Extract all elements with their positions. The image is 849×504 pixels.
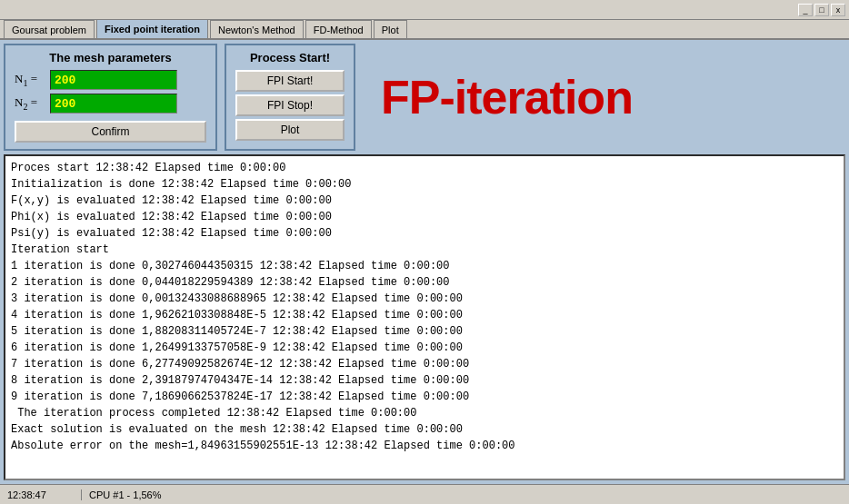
n1-label: N1 = xyxy=(15,72,46,88)
status-cpu: CPU #1 - 1,56% xyxy=(82,489,168,500)
log-line: 3 iteration is done 0,00132433088688965 … xyxy=(11,291,838,307)
log-line: Phi(x) is evaluated 12:38:42 Elapsed tim… xyxy=(11,209,838,225)
plot-button[interactable]: Plot xyxy=(235,119,345,141)
log-line: Absolute error on the mesh=1,84963155902… xyxy=(11,438,838,454)
tab-goursat-problem[interactable]: Goursat problem xyxy=(4,20,95,38)
log-line: 6 iteration is done 1,26499133757058E-9 … xyxy=(11,340,838,356)
log-line: The iteration process completed 12:38:42… xyxy=(11,405,838,421)
log-line: Psi(y) is evaluated 12:38:42 Elapsed tim… xyxy=(11,225,838,242)
log-line: 8 iteration is done 2,39187974704347E-14… xyxy=(11,372,838,389)
title-bar-buttons: _ □ x xyxy=(798,4,845,16)
n1-input[interactable] xyxy=(50,70,177,90)
top-panel: The mesh parameters N1 = N2 = Confirm Pr… xyxy=(4,44,845,151)
n2-label: N2 = xyxy=(15,95,46,112)
tab-plot[interactable]: Plot xyxy=(374,20,407,38)
log-line: Iteration start xyxy=(11,242,838,258)
title-bar: _ □ x xyxy=(0,0,849,20)
status-bar: 12:38:47 CPU #1 - 1,56% xyxy=(0,484,849,504)
tab-bar: Goursat problem Fixed point iteration Ne… xyxy=(0,20,849,40)
log-line: 7 iteration is done 6,27749092582674E-12… xyxy=(11,356,838,372)
log-line: 4 iteration is done 1,96262103308848E-5 … xyxy=(11,307,838,323)
tab-fixed-point-iteration[interactable]: Fixed point iteration xyxy=(96,19,208,38)
tab-fd-method[interactable]: FD-Method xyxy=(305,20,372,38)
log-line: 5 iteration is done 1,88208311405724E-7 … xyxy=(11,323,838,340)
process-start-box: Process Start! FPI Start! FPI Stop! Plot xyxy=(225,44,355,151)
status-time: 12:38:47 xyxy=(0,489,82,500)
maximize-button[interactable]: □ xyxy=(814,4,829,16)
fpi-start-button[interactable]: FPI Start! xyxy=(235,70,345,92)
process-start-title: Process Start! xyxy=(235,51,345,64)
log-line: F(x,y) is evaluated 12:38:42 Elapsed tim… xyxy=(11,193,838,209)
confirm-button[interactable]: Confirm xyxy=(15,121,206,143)
tab-newtons-method[interactable]: Newton's Method xyxy=(210,20,304,38)
log-line: Initialization is done 12:38:42 Elapsed … xyxy=(11,176,838,193)
mesh-params-title: The mesh parameters xyxy=(15,51,206,64)
log-line: 9 iteration is done 7,18690662537824E-17… xyxy=(11,389,838,405)
n1-param-row: N1 = xyxy=(15,70,206,90)
log-line: Exact solution is evaluated on the mesh … xyxy=(11,421,838,438)
mesh-params-box: The mesh parameters N1 = N2 = Confirm xyxy=(4,44,217,151)
log-line: Proces start 12:38:42 Elapsed time 0:00:… xyxy=(11,160,838,176)
log-area[interactable]: Proces start 12:38:42 Elapsed time 0:00:… xyxy=(4,154,845,480)
close-button[interactable]: x xyxy=(831,4,845,16)
n2-input[interactable] xyxy=(50,94,177,114)
fpi-stop-button[interactable]: FPI Stop! xyxy=(235,94,345,116)
minimize-button[interactable]: _ xyxy=(798,4,813,16)
log-line: 2 iteration is done 0,044018229594389 12… xyxy=(11,274,838,291)
n2-param-row: N2 = xyxy=(15,94,206,114)
fp-iteration-title: FP-iteration xyxy=(363,44,633,151)
log-line: 1 iteration is done 0,302746044350315 12… xyxy=(11,258,838,274)
main-content: The mesh parameters N1 = N2 = Confirm Pr… xyxy=(0,40,849,484)
